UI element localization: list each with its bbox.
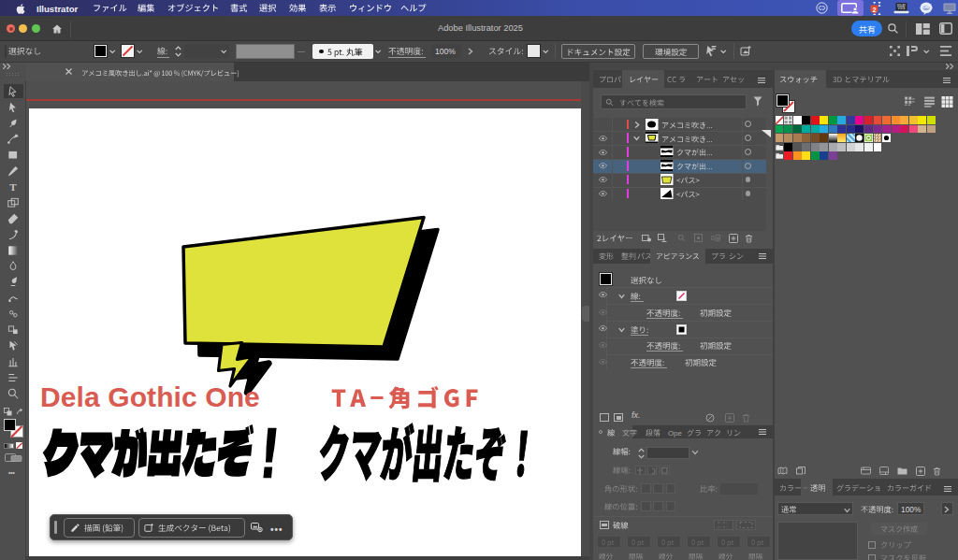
svg-text:T: T xyxy=(9,181,17,193)
svg-text:2: 2 xyxy=(872,5,876,13)
svg-text:LINE: LINE xyxy=(923,6,930,9)
svg-text:VOICE: VOICE xyxy=(897,7,905,10)
